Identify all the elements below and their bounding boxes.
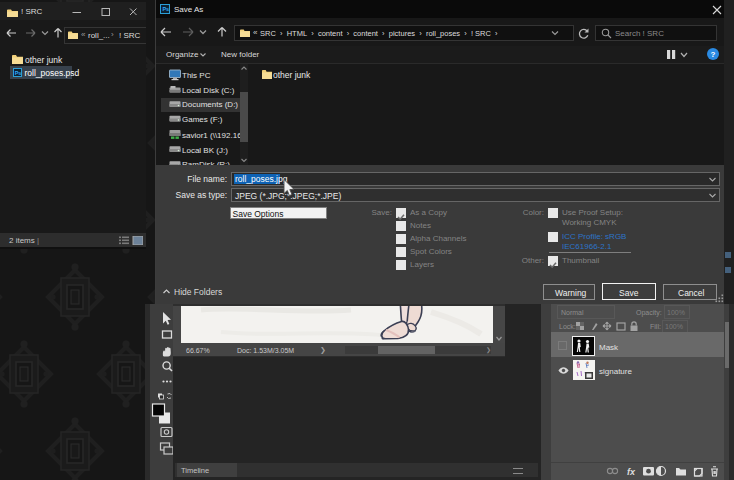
svg-text:fx: fx: [627, 467, 636, 477]
